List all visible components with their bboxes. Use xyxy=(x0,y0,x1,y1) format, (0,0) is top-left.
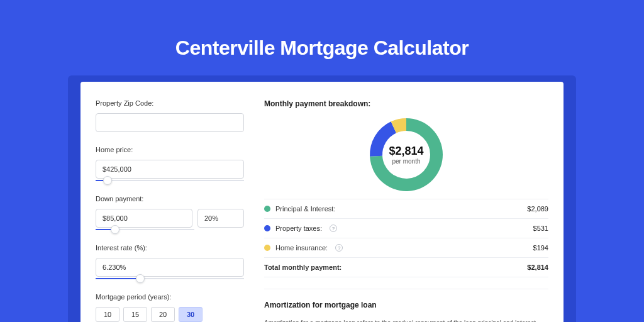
slider-thumb[interactable] xyxy=(103,176,112,185)
breakdown-heading: Monthly payment breakdown: xyxy=(264,99,548,108)
legend-row: Property taxes:?$531 xyxy=(264,219,548,238)
zip-label: Property Zip Code: xyxy=(96,99,244,107)
total-value: $2,814 xyxy=(527,264,548,271)
period-label: Mortgage period (years): xyxy=(96,293,244,301)
amortization-text: Amortization for a mortgage loan refers … xyxy=(264,318,548,322)
calculator-card: Property Zip Code: Home price: Down paym… xyxy=(80,82,564,322)
legend-dot xyxy=(264,206,270,212)
legend-dot xyxy=(264,245,270,251)
interest-slider[interactable] xyxy=(96,278,244,279)
down-payment-label: Down payment: xyxy=(96,195,244,203)
zip-input[interactable] xyxy=(96,113,244,132)
period-option-20[interactable]: 20 xyxy=(151,307,175,322)
period-option-30[interactable]: 30 xyxy=(179,307,203,322)
amortization-section: Amortization for mortgage loan Amortizat… xyxy=(264,289,548,322)
breakdown-panel: Monthly payment breakdown: $2,814 per mo… xyxy=(258,82,564,322)
home-price-label: Home price: xyxy=(96,146,244,153)
legend-value: $2,089 xyxy=(527,205,548,213)
total-label: Total monthly payment: xyxy=(264,264,341,271)
amortization-heading: Amortization for mortgage loan xyxy=(264,301,548,309)
legend: Principal & Interest:$2,089Property taxe… xyxy=(264,199,548,277)
down-payment-group: Down payment: xyxy=(96,195,244,230)
form-panel: Property Zip Code: Home price: Down paym… xyxy=(80,82,258,322)
zip-group: Property Zip Code: xyxy=(96,99,244,132)
down-payment-percent-input[interactable] xyxy=(197,209,244,228)
legend-label: Principal & Interest: xyxy=(275,205,335,213)
legend-label: Home insurance: xyxy=(275,244,328,252)
period-option-10[interactable]: 10 xyxy=(96,307,119,322)
interest-label: Interest rate (%): xyxy=(96,244,244,252)
donut-center: $2,814 per month xyxy=(389,145,423,165)
down-payment-slider[interactable] xyxy=(96,229,194,230)
donut-chart: $2,814 per month xyxy=(264,116,548,194)
donut-amount: $2,814 xyxy=(389,145,423,158)
legend-dot xyxy=(264,225,270,231)
interest-input[interactable] xyxy=(96,258,244,277)
legend-label: Property taxes: xyxy=(275,225,322,232)
home-price-slider[interactable] xyxy=(96,180,244,181)
interest-group: Interest rate (%): xyxy=(96,244,244,279)
period-option-15[interactable]: 15 xyxy=(123,307,147,322)
slider-thumb[interactable] xyxy=(136,274,145,283)
legend-value: $194 xyxy=(533,244,548,252)
legend-row: Principal & Interest:$2,089 xyxy=(264,199,548,219)
legend-total-row: Total monthly payment:$2,814 xyxy=(264,258,548,277)
page-title: Centerville Mortgage Calculator xyxy=(0,0,644,60)
period-group: Mortgage period (years): 10152030 xyxy=(96,293,244,322)
info-icon[interactable]: ? xyxy=(330,225,337,232)
legend-value: $531 xyxy=(533,225,548,232)
slider-thumb[interactable] xyxy=(111,225,119,234)
legend-row: Home insurance:?$194 xyxy=(264,238,548,258)
donut-sub: per month xyxy=(389,158,423,165)
info-icon[interactable]: ? xyxy=(335,244,343,252)
home-price-input[interactable] xyxy=(96,160,244,179)
home-price-group: Home price: xyxy=(96,146,244,181)
down-payment-amount-input[interactable] xyxy=(96,209,192,228)
